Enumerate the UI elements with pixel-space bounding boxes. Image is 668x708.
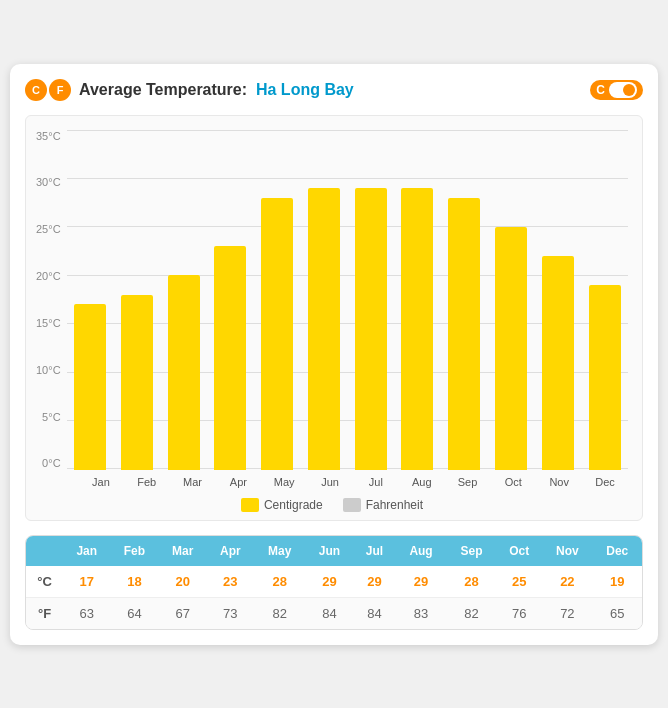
unit-toggle[interactable]: C [590,80,643,100]
table-header-jul: Jul [354,536,396,566]
x-label-jun: Jun [307,476,353,488]
header: C F Average Temperature: Ha Long Bay C [25,79,643,101]
bar-nov [542,256,574,470]
celsius-cell-nov: 22 [542,566,592,598]
fahrenheit-cell-feb: 64 [110,597,158,629]
celsius-data-row: °C171820232829292928252219 [26,566,642,598]
celsius-cell-apr: 23 [207,566,254,598]
bar-jun [308,188,340,470]
x-label-jul: Jul [353,476,399,488]
celsius-label: °C [26,566,63,598]
table-header-aug: Aug [395,536,447,566]
bar-group [300,188,347,470]
title-prefix: Average Temperature: [79,81,247,98]
y-axis-label: 5°C [42,411,60,423]
table-header-row: JanFebMarAprMayJunJulAugSepOctNovDec [26,536,642,566]
bar-jan [74,304,106,469]
bar-aug [401,188,433,470]
fahrenheit-cell-aug: 83 [395,597,447,629]
celsius-cell-mar: 20 [159,566,207,598]
x-label-feb: Feb [124,476,170,488]
y-axis-label: 25°C [36,223,61,235]
celsius-cell-aug: 29 [395,566,447,598]
fahrenheit-cell-nov: 72 [542,597,592,629]
fahrenheit-cell-sep: 82 [447,597,496,629]
legend-centigrade-box [241,498,259,512]
y-axis-label: 30°C [36,176,61,188]
x-label-may: May [261,476,307,488]
bar-group [347,188,394,470]
celsius-icon: C [25,79,47,101]
bar-may [261,198,293,470]
table-header-sep: Sep [447,536,496,566]
x-label-jan: Jan [78,476,124,488]
y-axis-label: 0°C [42,457,60,469]
bar-group [441,198,488,470]
bar-group [394,188,441,470]
bar-group [488,227,535,470]
bar-jul [355,188,387,470]
toggle-switch[interactable] [609,82,637,98]
celsius-cell-may: 28 [254,566,306,598]
fahrenheit-cell-jun: 84 [305,597,353,629]
table-header-jan: Jan [63,536,110,566]
bars-row [67,130,628,470]
celsius-cell-jan: 17 [63,566,110,598]
table-header-jun: Jun [305,536,353,566]
toggle-knob [623,84,635,96]
x-label-apr: Apr [215,476,261,488]
chart-wrapper: 35°C30°C25°C20°C15°C10°C5°C0°C [36,130,628,470]
celsius-cell-jun: 29 [305,566,353,598]
bar-group [207,246,254,469]
x-label-aug: Aug [399,476,445,488]
bar-group [113,295,160,470]
x-label-dec: Dec [582,476,628,488]
table-header-feb: Feb [110,536,158,566]
bar-oct [495,227,527,470]
data-table: JanFebMarAprMayJunJulAugSepOctNovDec °C1… [26,536,642,629]
table-header-apr: Apr [207,536,254,566]
table-header-dec: Dec [593,536,642,566]
title-location: Ha Long Bay [256,81,354,98]
bar-group [534,256,581,470]
table-header-mar: Mar [159,536,207,566]
x-label-nov: Nov [536,476,582,488]
bar-feb [121,295,153,470]
bar-group [160,275,207,469]
y-axis-label: 35°C [36,130,61,142]
bar-group [254,198,301,470]
legend-fahrenheit: Fahrenheit [343,498,423,512]
fahrenheit-icon: F [49,79,71,101]
fahrenheit-cell-apr: 73 [207,597,254,629]
bar-sep [448,198,480,470]
fahrenheit-data-row: °F636467738284848382767265 [26,597,642,629]
fahrenheit-cell-dec: 65 [593,597,642,629]
bar-dec [589,285,621,470]
x-label-oct: Oct [490,476,536,488]
chart-container: 35°C30°C25°C20°C15°C10°C5°C0°C JanFebMar… [25,115,643,521]
celsius-cell-sep: 28 [447,566,496,598]
y-axis: 35°C30°C25°C20°C15°C10°C5°C0°C [36,130,67,470]
fahrenheit-cell-may: 82 [254,597,306,629]
x-label-sep: Sep [445,476,491,488]
legend: Centigrade Fahrenheit [36,498,628,512]
fahrenheit-label: °F [26,597,63,629]
celsius-cell-feb: 18 [110,566,158,598]
x-label-mar: Mar [170,476,216,488]
y-axis-label: 20°C [36,270,61,282]
table-container: JanFebMarAprMayJunJulAugSepOctNovDec °C1… [25,535,643,630]
fahrenheit-cell-oct: 76 [496,597,542,629]
legend-fahrenheit-box [343,498,361,512]
table-header-empty [26,536,63,566]
main-container: C F Average Temperature: Ha Long Bay C 3… [10,64,658,645]
legend-fahrenheit-label: Fahrenheit [366,498,423,512]
y-axis-label: 10°C [36,364,61,376]
fahrenheit-cell-jan: 63 [63,597,110,629]
bar-mar [168,275,200,469]
legend-centigrade-label: Centigrade [264,498,323,512]
header-left: C F Average Temperature: Ha Long Bay [25,79,354,101]
bar-group [581,285,628,470]
y-axis-label: 15°C [36,317,61,329]
celsius-cell-dec: 19 [593,566,642,598]
temp-icons: C F [25,79,71,101]
